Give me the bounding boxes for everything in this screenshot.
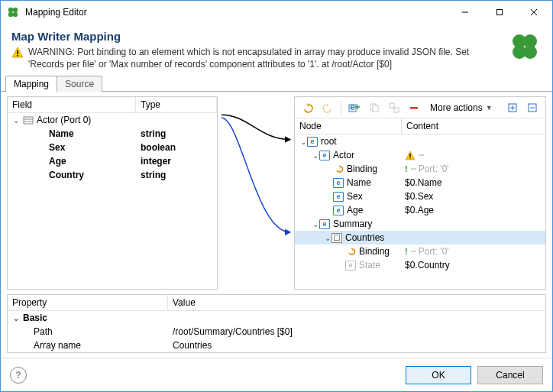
svg-rect-30	[409, 154, 410, 157]
minimize-button[interactable]	[448, 1, 482, 24]
tree-node-binding[interactable]: Binding !┄Port: '0'	[295, 162, 545, 176]
svg-line-23	[393, 107, 395, 109]
tree-node-root[interactable]: ⌄eroot	[295, 134, 545, 148]
svg-rect-8	[17, 50, 18, 54]
field-table[interactable]: Field Type ⌄ Actor (Port 0) Namestring S…	[7, 96, 218, 290]
svg-point-0	[8, 8, 13, 12]
content-header[interactable]: Content	[402, 118, 545, 134]
tab-bar: Mapping Source	[1, 75, 552, 92]
dialog-title: Map Writer Mapping	[11, 30, 500, 43]
field-row[interactable]: Ageinteger	[8, 154, 217, 168]
tab-mapping[interactable]: Mapping	[5, 76, 57, 92]
field-row[interactable]: Countrystring	[8, 168, 217, 182]
toolbar: e More actions ▼	[295, 97, 545, 118]
prop-row-path[interactable]: Path/root/Summary/Countries [$0]	[8, 325, 545, 339]
target-tree[interactable]: ⌄eroot ⌄eActor ┄ Binding !┄Port: '0' eNa…	[295, 134, 545, 289]
expand-icon[interactable]: ⌄	[12, 116, 20, 125]
window-title: Mapping Editor	[25, 7, 448, 18]
value-header[interactable]: Value	[168, 295, 545, 310]
warning-text: WARNING: Port binding to an element whic…	[28, 46, 500, 70]
field-group-actor[interactable]: ⌄ Actor (Port 0)	[8, 113, 217, 127]
svg-point-3	[13, 12, 18, 17]
app-icon	[7, 6, 19, 18]
target-panel: e More actions ▼ Node Content ⌄eroot ⌄eA…	[294, 96, 546, 290]
svg-point-1	[13, 8, 18, 12]
svg-point-2	[8, 12, 13, 17]
copy-button[interactable]	[366, 99, 383, 116]
svg-rect-14	[24, 117, 33, 124]
prop-group-basic[interactable]: ⌄Basic	[8, 311, 545, 325]
dialog-header: Map Writer Mapping WARNING: Port binding…	[1, 24, 552, 75]
field-row[interactable]: Namestring	[8, 127, 217, 141]
property-header[interactable]: Property	[8, 295, 168, 310]
ok-button[interactable]: OK	[406, 366, 471, 384]
svg-rect-24	[410, 107, 418, 109]
link-button[interactable]	[386, 99, 403, 116]
tree-node-summary[interactable]: ⌄eSummary	[295, 217, 545, 231]
cancel-button[interactable]: Cancel	[477, 366, 543, 384]
binding-icon	[333, 164, 344, 174]
svg-text:e: e	[350, 102, 355, 112]
title-bar: Mapping Editor	[1, 1, 552, 24]
add-element-button[interactable]: e	[346, 99, 363, 116]
field-row[interactable]: Sexboolean	[8, 141, 217, 154]
tree-node-actor[interactable]: ⌄eActor ┄	[295, 148, 545, 162]
warning-icon	[11, 47, 24, 59]
remove-button[interactable]	[406, 99, 422, 116]
svg-rect-31	[409, 157, 410, 158]
property-table[interactable]: Property Value ⌄Basic Path/root/Summary/…	[7, 294, 546, 353]
tree-node-name[interactable]: eName $0.Name	[295, 176, 545, 190]
dialog-footer: ? OK Cancel	[1, 358, 552, 391]
redo-button[interactable]	[319, 99, 336, 116]
node-header[interactable]: Node	[295, 118, 402, 134]
warning-icon	[405, 151, 416, 160]
tree-node-state[interactable]: eState $0.Country	[295, 258, 545, 272]
help-button[interactable]: ?	[10, 367, 27, 384]
binding-icon	[345, 247, 356, 257]
tree-node-binding[interactable]: Binding !┄Port: '0'	[295, 245, 545, 258]
type-header[interactable]: Type	[136, 97, 217, 112]
svg-rect-20	[373, 105, 378, 112]
port-icon	[23, 115, 34, 125]
tree-node-age[interactable]: eAge $0.Age	[295, 203, 545, 217]
excl-icon: !	[405, 164, 408, 173]
chevron-down-icon: ▼	[486, 104, 493, 112]
connector-area	[218, 96, 294, 290]
prop-row-array-name[interactable]: Array nameCountries	[8, 339, 545, 352]
collapse-all-button[interactable]	[524, 99, 541, 116]
undo-button[interactable]	[299, 99, 316, 116]
brand-logo-icon	[508, 30, 542, 63]
maximize-button[interactable]	[482, 1, 516, 24]
close-button[interactable]	[516, 1, 551, 24]
tree-node-countries[interactable]: ⌄Countries	[295, 231, 545, 245]
expand-all-button[interactable]	[504, 99, 521, 116]
tab-source[interactable]: Source	[57, 76, 102, 92]
more-actions-menu[interactable]: More actions ▼	[425, 99, 497, 116]
object-icon	[331, 233, 342, 243]
field-header[interactable]: Field	[8, 97, 136, 112]
svg-rect-5	[496, 10, 502, 15]
svg-point-13	[523, 45, 537, 59]
tree-node-sex[interactable]: eSex $0.Sex	[295, 190, 545, 203]
excl-icon: !	[405, 247, 408, 256]
warning-row: WARNING: Port binding to an element whic…	[11, 46, 500, 70]
svg-rect-9	[17, 55, 18, 57]
